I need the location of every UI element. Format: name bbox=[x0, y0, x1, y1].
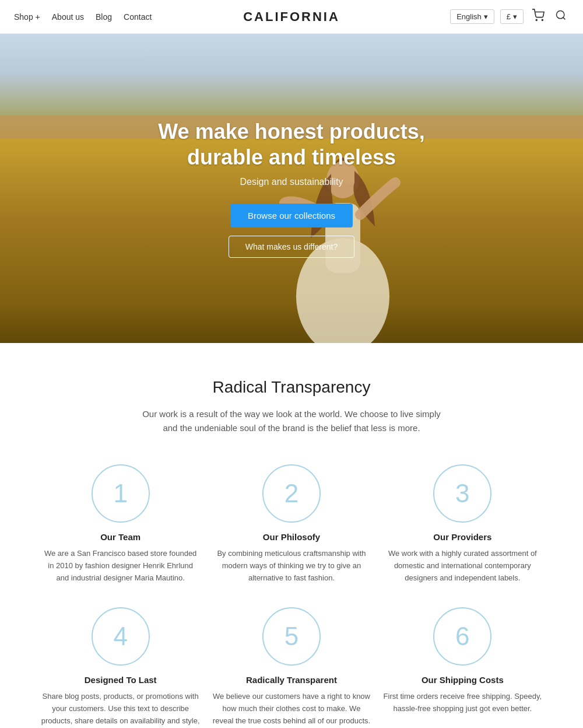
feature-title-4: Designed To Last bbox=[41, 675, 200, 685]
hero-subtitle: Design and sustainability bbox=[158, 177, 424, 187]
feature-circle-3: 3 bbox=[433, 464, 491, 523]
feature-title-1: Our Team bbox=[41, 532, 200, 542]
navigation: Shop + About us Blog Contact CALIFORNIA … bbox=[0, 0, 583, 34]
chevron-down-icon: ▾ bbox=[484, 12, 488, 21]
chevron-down-icon: ▾ bbox=[513, 12, 517, 21]
feature-title-6: Our Shipping Costs bbox=[383, 675, 542, 685]
feature-item-1: 1 Our Team We are a San Francisco based … bbox=[41, 464, 200, 584]
feature-title-5: Radically Transparent bbox=[212, 675, 371, 685]
nav-shop[interactable]: Shop + bbox=[14, 12, 40, 22]
search-button[interactable] bbox=[553, 7, 569, 26]
site-logo[interactable]: CALIFORNIA bbox=[243, 9, 340, 24]
feature-item-4: 4 Designed To Last Share blog posts, pro… bbox=[41, 607, 200, 728]
nav-about[interactable]: About us bbox=[52, 12, 84, 22]
features-grid: 1 Our Team We are a San Francisco based … bbox=[35, 464, 548, 728]
feature-desc-4: Share blog posts, products, or promotion… bbox=[41, 691, 200, 728]
feature-circle-6: 6 bbox=[433, 607, 491, 666]
feature-title-2: Our Philosofy bbox=[212, 532, 371, 542]
hero-title: We make honest products,durable and time… bbox=[158, 119, 424, 169]
svg-point-1 bbox=[542, 19, 543, 20]
feature-desc-5: We believe our customers have a right to… bbox=[212, 691, 371, 727]
feature-desc-2: By combining meticulous craftsmanship wi… bbox=[212, 548, 371, 584]
what-makes-us-button[interactable]: What makes us different? bbox=[229, 236, 354, 258]
feature-desc-1: We are a San Francisco based store found… bbox=[41, 548, 200, 584]
language-selector[interactable]: English ▾ bbox=[450, 9, 494, 24]
feature-item-6: 6 Our Shipping Costs First time orders r… bbox=[383, 607, 542, 728]
browse-collections-button[interactable]: Browse our collections bbox=[230, 204, 353, 228]
nav-right: English ▾ £ ▾ bbox=[450, 6, 569, 27]
currency-selector[interactable]: £ ▾ bbox=[500, 9, 524, 24]
feature-title-3: Our Providers bbox=[383, 532, 542, 542]
hero-section: We make honest products,durable and time… bbox=[0, 34, 583, 343]
hero-content: We make honest products,durable and time… bbox=[158, 119, 424, 257]
transparency-heading: Radical Transparency bbox=[35, 378, 548, 397]
feature-item-3: 3 Our Providers We work with a highly cu… bbox=[383, 464, 542, 584]
feature-circle-4: 4 bbox=[92, 607, 150, 666]
nav-contact[interactable]: Contact bbox=[124, 12, 152, 22]
feature-item-2: 2 Our Philosofy By combining meticulous … bbox=[212, 464, 371, 584]
feature-desc-6: First time orders receive free shipping.… bbox=[383, 691, 542, 715]
nav-blog[interactable]: Blog bbox=[96, 12, 112, 22]
feature-circle-2: 2 bbox=[262, 464, 321, 523]
nav-left: Shop + About us Blog Contact bbox=[14, 12, 152, 22]
feature-desc-3: We work with a highly curated assortment… bbox=[383, 548, 542, 584]
feature-item-5: 5 Radically Transparent We believe our c… bbox=[212, 607, 371, 728]
transparency-desc: Our work is a result of the way we look … bbox=[140, 407, 443, 435]
feature-circle-1: 1 bbox=[92, 464, 150, 523]
transparency-section: Radical Transparency Our work is a resul… bbox=[0, 343, 583, 728]
svg-point-2 bbox=[557, 11, 564, 19]
feature-circle-5: 5 bbox=[262, 607, 321, 666]
svg-point-0 bbox=[536, 19, 537, 20]
cart-button[interactable] bbox=[529, 6, 547, 27]
